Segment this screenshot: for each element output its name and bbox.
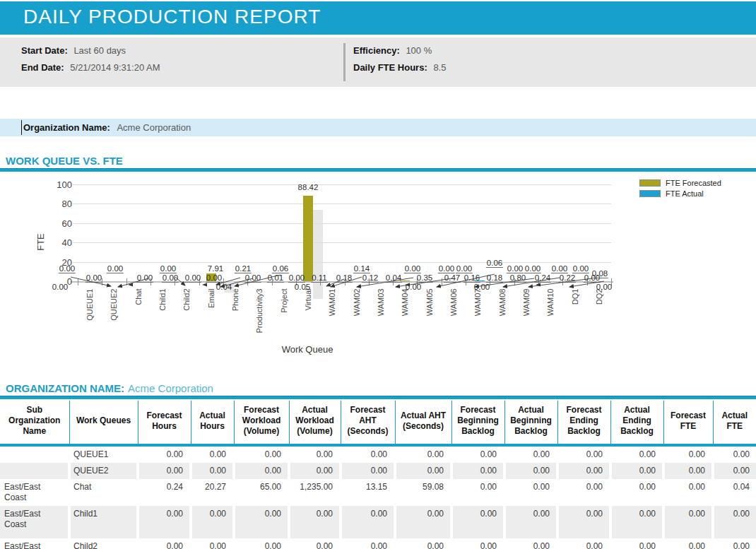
value-cell: 59.08: [395, 479, 451, 506]
column-header: Work Queues: [69, 401, 138, 445]
value-cell: 0.00: [504, 445, 557, 463]
value-cell: 0.00: [557, 463, 610, 479]
y-axis-tick-label: 100: [48, 179, 72, 190]
chart-legend: FTE ForecastedFTE Actual: [639, 179, 721, 200]
callout-label: 0.18: [486, 273, 503, 283]
table-row: QUEUE10.000.000.000.000.000.000.000.000.…: [0, 445, 756, 463]
value-cell: 0.00: [341, 463, 395, 479]
parameters-right-column: Efficiency: 100 % Daily FTE Hours: 8.5: [353, 45, 446, 79]
value-cell: 0.00: [663, 463, 713, 479]
x-axis-tick: [442, 278, 442, 285]
report-title-bar: DAILY PRODUCTION REPORT: [0, 1, 756, 35]
column-header: Forecast Hours: [138, 401, 191, 445]
start-date-line: Start Date: Last 60 days: [21, 45, 160, 56]
work-queue-cell: Chat: [69, 479, 138, 506]
value-cell: 0.00: [451, 463, 504, 479]
report-page: DAILY PRODUCTION REPORT Start Date: Last…: [0, 0, 756, 549]
value-cell: 0.00: [289, 506, 341, 538]
end-date-value: 5/21/2014 9:31:20 AM: [70, 62, 160, 73]
value-cell: 20.27: [191, 479, 234, 506]
callout-label: 0.00: [136, 273, 153, 283]
callout-label: 0.01: [267, 273, 284, 283]
sub-organization-cell: East/East Coast: [0, 479, 69, 506]
value-cell: 0.00: [610, 538, 663, 549]
callout-label: 0.35: [416, 273, 433, 283]
value-cell: 0.00: [191, 445, 234, 463]
legend-label: FTE Actual: [666, 189, 704, 198]
table-section-rule: [0, 396, 756, 399]
chart-bar-forecast: [303, 196, 313, 281]
work-queue-cell: Child2: [69, 538, 138, 549]
sub-organization-cell: East/East Coast: [0, 538, 69, 549]
column-header: Actual Beginning Backlog: [504, 401, 557, 445]
column-header: Actual Workload (Volume): [289, 401, 341, 445]
value-cell: 0.00: [451, 538, 504, 549]
callout-label: 0.12: [362, 273, 379, 283]
x-axis-label: WAM07: [473, 289, 483, 353]
sub-organization-cell: East/East Coast: [0, 506, 69, 538]
value-cell: 0.00: [138, 538, 191, 549]
daily-fte-hours-label: Daily FTE Hours:: [353, 62, 427, 73]
callout-label: 0.00: [507, 264, 524, 273]
value-cell: 65.00: [234, 479, 289, 506]
end-date-label: End Date:: [21, 62, 64, 73]
callout-label: 0.00: [288, 273, 305, 283]
x-axis-label: Productivity3: [255, 289, 264, 353]
value-cell: 0.00: [191, 538, 234, 549]
column-header: Actual Hours: [191, 401, 234, 445]
value-cell: 0.00: [663, 479, 713, 506]
x-axis-label: WAM09: [521, 289, 531, 353]
value-cell: 1,235.00: [289, 479, 341, 506]
x-axis-label: Child1: [158, 289, 167, 353]
parameters-left-column: Start Date: Last 60 days End Date: 5/21/…: [21, 45, 160, 79]
chart-gridline: [73, 242, 611, 243]
callout-label: 0.00: [162, 273, 179, 283]
sub-organization-cell: [0, 445, 69, 463]
x-axis-label: DQ2: [594, 289, 603, 353]
value-cell: 0.00: [138, 506, 191, 538]
work-queue-cell: Child1: [69, 506, 138, 538]
value-cell: 0.00: [663, 506, 713, 538]
value-cell: 0.00: [138, 445, 191, 463]
legend-swatch: [639, 190, 661, 197]
x-axis-label: QUEUE1: [85, 289, 95, 353]
legend-swatch: [639, 179, 661, 187]
column-header: Forecast Ending Backlog: [557, 401, 610, 445]
callout-label: 0.00: [584, 273, 601, 283]
organization-name-field[interactable]: Organization Name: Acme Corporation: [0, 119, 756, 136]
callout-label: 0.00: [524, 264, 541, 273]
callout-label: 0.00: [456, 264, 473, 273]
legend-item: FTE Actual: [639, 189, 721, 198]
x-axis-label: WAM10: [546, 289, 555, 353]
value-cell: 0.24: [138, 479, 191, 506]
sub-organization-cell: [0, 463, 69, 479]
daily-fte-hours-value: 8.5: [433, 62, 446, 73]
chart-gridline: [73, 223, 611, 224]
callout-label: 0.00: [404, 264, 421, 273]
callout-label: 0.16: [463, 273, 480, 283]
table-section-title-label: ORGANIZATION NAME:: [6, 382, 124, 394]
value-cell: 0.00: [610, 506, 663, 538]
table-header-row: Sub Organization NameWork QueuesForecast…: [0, 401, 756, 445]
production-table: Sub Organization NameWork QueuesForecast…: [0, 401, 756, 549]
value-cell: 0.00: [191, 506, 234, 538]
callout-label: 0.00: [596, 283, 613, 291]
value-cell: 0.00: [341, 506, 395, 538]
callout-label: 0.00: [107, 264, 124, 273]
value-cell: 0.00: [610, 463, 663, 479]
table-section-title-value: Acme Corporation: [128, 382, 213, 394]
value-cell: 0.00: [663, 538, 713, 549]
organization-name-value: Acme Corporation: [117, 122, 191, 133]
table-row: East/East CoastChat0.2420.2765.001,235.0…: [0, 479, 756, 506]
column-header: Forecast Beginning Backlog: [451, 401, 504, 445]
x-axis-label: Phone: [231, 289, 240, 353]
value-cell: 0.00: [713, 506, 756, 538]
callout-label: 0.47: [444, 273, 461, 283]
chart-section-title: WORK QUEUE VS. FTE: [6, 155, 123, 167]
callout-label: 0.05: [294, 283, 311, 291]
callout-label: 0.11: [311, 273, 328, 283]
column-header: Actual FTE: [713, 401, 756, 445]
x-axis-tick: [126, 278, 127, 285]
efficiency-line: Efficiency: 100 %: [353, 45, 446, 56]
value-cell: 0.00: [610, 445, 663, 463]
